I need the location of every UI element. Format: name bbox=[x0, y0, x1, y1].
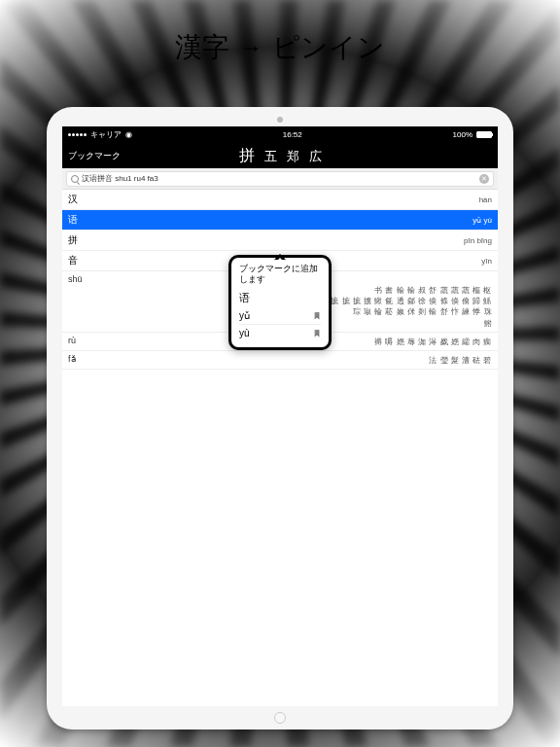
bookmark-icon bbox=[313, 330, 321, 338]
result-row-selected[interactable]: 语 yǔ yù bbox=[62, 210, 498, 231]
row-pinyin: hàn bbox=[78, 196, 492, 204]
row-char: 语 bbox=[68, 213, 78, 227]
popup-title: ブックマークに追加します bbox=[239, 264, 321, 285]
result-row[interactable]: 汉 hàn bbox=[62, 190, 498, 210]
search-row: 汉语拼音 shu1 ru4 fa3 ✕ bbox=[62, 168, 498, 190]
clear-icon[interactable]: ✕ bbox=[479, 174, 489, 184]
char-row-chars: 法 瑩 髮 澧 砝 碧 bbox=[429, 355, 492, 366]
tab-pinyin[interactable]: 拼 bbox=[239, 146, 255, 166]
row-char: 汉 bbox=[68, 193, 78, 206]
tablet-frame: キャリア ◉ 16:52 100% ブックマーク 拼 五 郑 広 汉 bbox=[47, 107, 513, 729]
popup-item[interactable]: yǔ bbox=[239, 307, 321, 324]
battery-icon bbox=[476, 131, 492, 138]
search-input[interactable]: 汉语拼音 shu1 ru4 fa3 ✕ bbox=[66, 171, 494, 187]
bookmark-icon bbox=[313, 312, 321, 320]
arrow-right-icon: → bbox=[239, 34, 262, 61]
popup-item[interactable]: yù bbox=[239, 324, 321, 341]
status-bar: キャリア ◉ 16:52 100% bbox=[62, 126, 498, 143]
popup-item-label: yù bbox=[239, 328, 250, 338]
popup-item-label: yǔ bbox=[239, 310, 250, 321]
row-pinyin: pīn bīng bbox=[78, 236, 492, 245]
wifi-icon: ◉ bbox=[125, 130, 132, 139]
tab-wubi[interactable]: 五 bbox=[264, 148, 277, 165]
screen: キャリア ◉ 16:52 100% ブックマーク 拼 五 郑 広 汉 bbox=[62, 126, 498, 706]
battery-pct: 100% bbox=[453, 130, 472, 139]
home-button[interactable] bbox=[274, 712, 286, 724]
tab-guang[interactable]: 広 bbox=[309, 148, 322, 165]
carrier-label: キャリア bbox=[90, 129, 122, 140]
nav-bar: ブックマーク 拼 五 郑 広 bbox=[62, 143, 498, 168]
char-row-pinyin: fǎ bbox=[68, 354, 77, 366]
search-icon bbox=[71, 175, 79, 183]
row-char: 音 bbox=[68, 254, 78, 267]
char-row-chars: 褥 嗕 嫕 蓐 洳 淂 戤 嫕 繻 肉 瘸 bbox=[374, 337, 492, 347]
camera-dot bbox=[277, 117, 283, 123]
nav-tabs: 拼 五 郑 広 bbox=[239, 146, 322, 166]
banner-right: ピンイン bbox=[272, 29, 385, 66]
search-value: 汉语拼音 shu1 ru4 fa3 bbox=[82, 173, 476, 184]
back-button[interactable]: ブックマーク bbox=[68, 150, 121, 162]
char-row[interactable]: fǎ 法 瑩 髮 澧 砝 碧 bbox=[62, 351, 498, 370]
tab-zheng[interactable]: 郑 bbox=[287, 148, 299, 165]
row-pinyin: yǔ yù bbox=[78, 216, 492, 225]
row-char: 拼 bbox=[68, 233, 78, 247]
banner: 漢字 → ピンイン bbox=[0, 29, 560, 66]
char-row-pinyin: rù bbox=[68, 336, 76, 347]
popup-char: 语 bbox=[239, 289, 321, 307]
banner-left: 漢字 bbox=[175, 29, 229, 66]
signal-icon bbox=[68, 133, 87, 136]
status-time: 16:52 bbox=[283, 130, 302, 139]
bookmark-popup: ブックマークに追加します 语 yǔ yù bbox=[228, 255, 332, 350]
